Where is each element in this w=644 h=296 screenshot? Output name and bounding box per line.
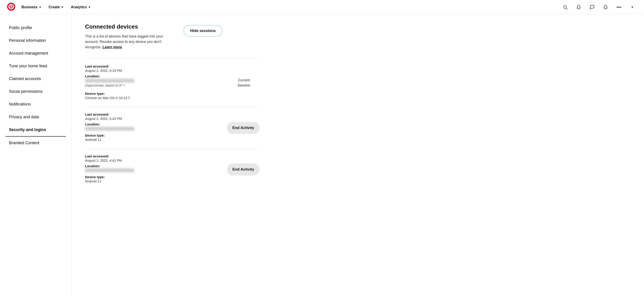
sidebar-item-personal-information[interactable]: Personal information bbox=[5, 34, 66, 47]
nav-analytics[interactable]: Analytics ▼ bbox=[70, 3, 92, 11]
sidebar-item-claimed-accounts[interactable]: Claimed accounts bbox=[5, 72, 66, 85]
svg-line-2 bbox=[566, 8, 567, 9]
hide-sessions-wrapper: Hide sessions bbox=[184, 23, 222, 37]
chevron-down-icon: ▼ bbox=[39, 5, 42, 9]
sidebar-item-security-logins[interactable]: Security and logins bbox=[5, 123, 66, 137]
device-3-action: End Activity bbox=[227, 163, 260, 176]
sidebar-item-privacy-data[interactable]: Privacy and data bbox=[5, 111, 66, 123]
alerts-button[interactable] bbox=[601, 3, 610, 12]
chevron-down-icon: ▼ bbox=[61, 5, 64, 9]
nav-create[interactable]: Create ▼ bbox=[48, 3, 65, 11]
location-label-1: Location: bbox=[85, 74, 228, 78]
last-accessed-value-2: August 2, 2022, 4:42 PM bbox=[85, 117, 227, 120]
device-type-label-3: Device type: bbox=[85, 175, 227, 179]
pinterest-logo[interactable] bbox=[7, 3, 15, 12]
chevron-down-icon: ▼ bbox=[631, 5, 634, 9]
search-button[interactable] bbox=[561, 3, 570, 12]
notifications-button[interactable] bbox=[574, 3, 583, 12]
messages-button[interactable] bbox=[588, 3, 596, 12]
device-type-value-1: Chrome on Mac OS X 10.15.7 bbox=[85, 96, 228, 100]
device-2-info: Last accessed: August 2, 2022, 4:42 PM L… bbox=[85, 112, 227, 143]
chevron-down-icon: ▼ bbox=[88, 5, 91, 9]
current-session-label: CurrentSession bbox=[238, 78, 250, 88]
section-description: This is a list of devices that have logg… bbox=[85, 34, 170, 50]
end-activity-button-2[interactable]: End Activity bbox=[227, 163, 260, 176]
navbar-left: Business ▼ Create ▼ Analytics ▼ bbox=[7, 3, 92, 12]
learn-more-link[interactable]: Learn more bbox=[102, 45, 122, 49]
page-layout: Public profile Personal information Acco… bbox=[0, 14, 644, 296]
location-blurred-2 bbox=[85, 127, 227, 131]
last-accessed-value-1: August 2, 2022, 9:15 PM bbox=[85, 69, 228, 72]
more-button[interactable] bbox=[614, 3, 624, 12]
device-type-label-2: Device type: bbox=[85, 133, 227, 137]
last-accessed-label-3: Last accessed: bbox=[85, 154, 227, 158]
device-type-value-3: Android 11 bbox=[85, 179, 227, 183]
location-blurred-3 bbox=[85, 168, 227, 173]
device-1-action: CurrentSession bbox=[228, 78, 260, 88]
location-hint-1: (Approximate, based on IP = bbox=[85, 84, 228, 87]
end-activity-button-1[interactable]: End Activity bbox=[227, 122, 260, 134]
device-entry-1: Last accessed: August 2, 2022, 9:15 PM L… bbox=[85, 59, 260, 107]
nav-business[interactable]: Business ▼ bbox=[20, 3, 42, 11]
sidebar-item-tune-home-feed[interactable]: Tune your home feed bbox=[5, 60, 66, 72]
device-type-label-1: Device type: bbox=[85, 92, 228, 95]
main-content: Connected devices This is a list of devi… bbox=[72, 14, 273, 296]
device-2-action: End Activity bbox=[227, 122, 260, 134]
connected-devices-header: Connected devices This is a list of devi… bbox=[85, 23, 260, 50]
last-accessed-value-3: August 2, 2022, 4:41 PM bbox=[85, 159, 227, 162]
location-blurred-1 bbox=[85, 78, 228, 83]
sidebar-item-social-permissions[interactable]: Social permissions bbox=[5, 85, 66, 98]
sidebar-item-account-management[interactable]: Account management bbox=[5, 47, 66, 60]
sidebar-item-notifications[interactable]: Notifications bbox=[5, 98, 66, 111]
last-accessed-label-1: Last accessed: bbox=[85, 64, 228, 68]
connected-devices-info: Connected devices This is a list of devi… bbox=[85, 23, 170, 50]
device-type-value-2: Android 11 bbox=[85, 138, 227, 142]
device-3-info: Last accessed: August 2, 2022, 4:41 PM L… bbox=[85, 154, 227, 185]
svg-rect-3 bbox=[616, 7, 622, 7]
section-title: Connected devices bbox=[85, 23, 170, 30]
hide-sessions-button[interactable]: Hide sessions bbox=[184, 25, 222, 37]
expand-button[interactable]: ▼ bbox=[628, 3, 637, 12]
navbar: Business ▼ Create ▼ Analytics ▼ bbox=[0, 0, 644, 14]
location-label-3: Location: bbox=[85, 164, 227, 168]
sidebar-item-public-profile[interactable]: Public profile bbox=[5, 21, 66, 34]
navbar-right: ▼ bbox=[561, 3, 637, 12]
sidebar: Public profile Personal information Acco… bbox=[0, 14, 72, 296]
location-label-2: Location: bbox=[85, 122, 227, 126]
device-list: Last accessed: August 2, 2022, 9:15 PM L… bbox=[85, 59, 260, 190]
device-1-info: Last accessed: August 2, 2022, 9:15 PM L… bbox=[85, 64, 228, 101]
sidebar-item-branded-content[interactable]: Branded Content bbox=[5, 137, 66, 149]
last-accessed-label-2: Last accessed: bbox=[85, 112, 227, 116]
device-entry-3: Last accessed: August 2, 2022, 4:41 PM L… bbox=[85, 149, 260, 191]
device-entry-2: Last accessed: August 2, 2022, 4:42 PM L… bbox=[85, 107, 260, 149]
